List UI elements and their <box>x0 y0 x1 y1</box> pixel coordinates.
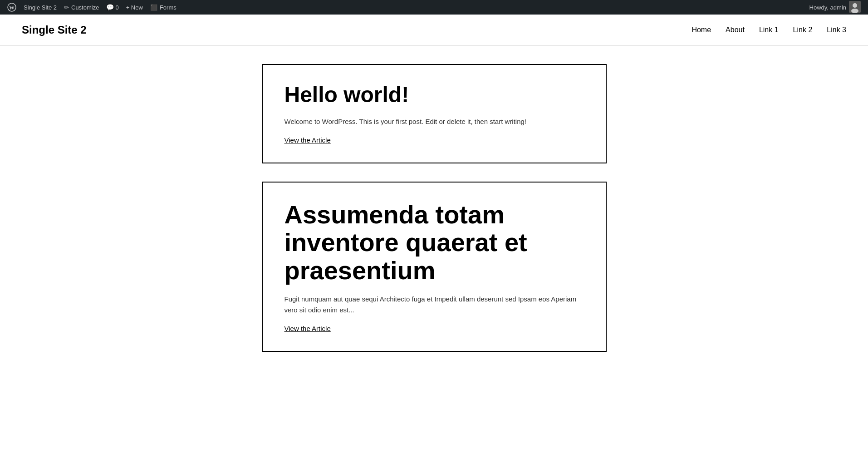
admin-site-name: Single Site 2 <box>24 4 57 11</box>
new-link[interactable]: + New <box>123 0 147 15</box>
forms-label: Forms <box>160 4 177 11</box>
howdy-text-container: Howdy, admin <box>806 1 864 14</box>
article-excerpt-0: Welcome to WordPress. This is your first… <box>284 116 584 127</box>
view-article-link-0[interactable]: View the Article <box>284 136 331 144</box>
customize-link[interactable]: ✏ Customize <box>60 0 103 15</box>
forms-link[interactable]: ⬛ Forms <box>147 0 180 15</box>
gravity-forms-icon: ⬛ <box>150 4 157 11</box>
view-article-link-1[interactable]: View the Article <box>284 325 331 332</box>
customize-label: Customize <box>71 4 99 11</box>
site-title-link[interactable]: Single Site 2 <box>22 24 87 36</box>
site-nav: HomeAboutLink 1Link 2Link 3 <box>691 26 846 34</box>
nav-item-link-3[interactable]: Link 3 <box>827 26 846 34</box>
nav-item-about[interactable]: About <box>726 26 745 34</box>
site-title: Single Site 2 <box>22 24 87 36</box>
main-content: Hello world!Welcome to WordPress. This i… <box>0 46 868 370</box>
admin-bar: W Single Site 2 ✏ Customize 💬 0 + New ⬛ … <box>0 0 868 15</box>
comments-count: 0 <box>115 4 118 11</box>
article-title-0: Hello world! <box>284 83 584 107</box>
article-excerpt-1: Fugit numquam aut quae sequi Architecto … <box>284 294 584 316</box>
site-header: Single Site 2 HomeAboutLink 1Link 2Link … <box>0 15 868 46</box>
comment-icon: 💬 <box>106 4 114 11</box>
nav-item-link-1[interactable]: Link 1 <box>759 26 779 34</box>
nav-item-home[interactable]: Home <box>691 26 711 34</box>
wp-logo-link[interactable]: W <box>4 0 20 15</box>
site-name-link[interactable]: Single Site 2 <box>20 0 60 15</box>
article-card-0: Hello world!Welcome to WordPress. This i… <box>262 64 607 163</box>
pencil-icon: ✏ <box>64 4 69 11</box>
svg-point-3 <box>853 3 857 8</box>
svg-text:W: W <box>9 5 15 11</box>
nav-item-link-2[interactable]: Link 2 <box>793 26 813 34</box>
article-card-1: Assumenda totam inventore quaerat et pra… <box>262 182 607 352</box>
howdy-text: Howdy, admin <box>809 4 846 11</box>
admin-avatar[interactable] <box>849 1 861 14</box>
new-label: + New <box>126 4 143 11</box>
article-title-1: Assumenda totam inventore quaerat et pra… <box>284 201 584 285</box>
comments-link[interactable]: 💬 0 <box>103 0 122 15</box>
